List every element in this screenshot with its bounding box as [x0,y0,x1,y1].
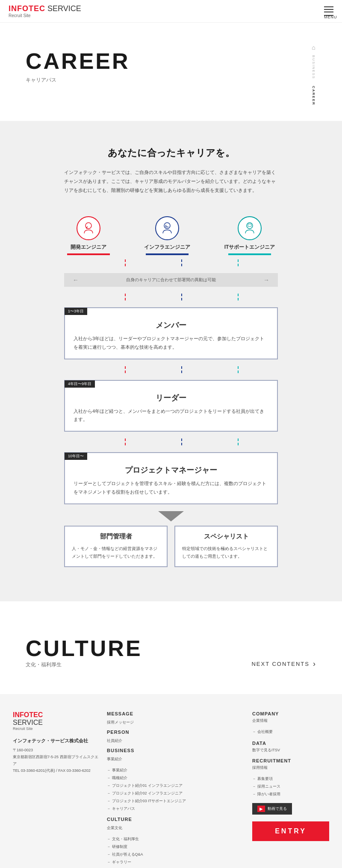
dashed-blue-2 [181,294,182,300]
footer-recruitment-jp: 採用情報 [252,765,329,771]
footer-business[interactable]: BUSINESS [107,748,244,753]
youtube-icon: ▶ [257,806,265,812]
footer-address-zip: 〒160-0023 東京都新宿区西新宿7-5-25 西新宿プライムスクエア TE… [13,747,98,774]
dashed-teal-1 [238,259,239,266]
leader-title: リーダー [74,393,268,403]
dashed-red-3 [125,366,126,373]
footer-nav-col-2: COMPANY 企業情報 会社概要 DATA 数字で見るITSV RECRUIT… [252,711,329,866]
footer-company-info: INFOTEC SERVICE Recruit Site インフォテック・サービ… [13,711,98,866]
logo-recruit: Recruit Site [9,13,81,18]
header: INFOTEC SERVICE Recruit Site MENU [0,0,342,23]
svg-point-2 [164,223,170,229]
it-support-line [228,253,271,255]
career-developer: 開発エンジニア [67,216,110,255]
footer-message-jp: 採用メッセージ [107,720,244,725]
footer-logo: INFOTEC SERVICE Recruit Site [13,711,98,731]
footer-recruitment[interactable]: RECRUITMENT [252,758,329,763]
footer-data-jp: 数字で見るITSV [252,747,329,753]
next-contents-link[interactable]: NEXT CONTENTS › [251,659,316,668]
footer-sub-culture3[interactable]: 社員が答えるQ&A [107,850,244,858]
arrow-left: ← [73,277,79,283]
dashed-red-4 [125,438,126,445]
footer-sub-proj01[interactable]: プロジェクト紹介01 インフラエンジニア [107,782,244,789]
career-infra: インフラエンジニア [144,216,190,255]
menu-line1 [324,6,333,7]
bottom-boxes: 部門管理者 人・モノ・金・情報などの経営資源をマネジメントして部門をリードしてい… [64,526,278,567]
it-support-label: ITサポートエンジニア [224,244,275,251]
footer-person-jp: 社員紹介 [107,738,244,744]
footer-sub-proj03[interactable]: プロジェクト紹介03 ITサポートエンジニア [107,797,244,805]
header-logo: INFOTEC SERVICE Recruit Site [9,4,81,18]
manager-year-badge: 10年目〜 [65,453,87,460]
description-text: インフォテック・サービスでは、ご自身のスキルや目指す方向に応じて、さまざまなキャ… [64,168,278,195]
sidebar-item-career[interactable]: CAREER [311,83,316,108]
footer-business-subs: 事業紹介 職種紹介 プロジェクト紹介01 インフラエンジニア プロジェクト紹介0… [107,766,244,812]
footer-person[interactable]: PERSON [107,730,244,735]
page-subtitle: キャリアパス [26,77,130,84]
footer-data[interactable]: DATA [252,741,329,746]
footer-culture[interactable]: CULTURE [107,817,244,822]
culture-title: CULTURE [26,636,142,661]
footer-message[interactable]: MESSAGE [107,711,244,716]
next-contents-label: NEXT CONTENTS [251,661,310,667]
dashed-teal-4 [238,438,239,445]
footer-sub-career[interactable]: キャリアパス [107,805,244,812]
arrow-down-section [26,511,316,521]
youtube-button[interactable]: ▶ 動画で見る [252,803,292,815]
svg-point-3 [247,223,253,229]
cross-dept-text: 自身のキャリアに合わせて部署間の異動は可能 [126,277,216,283]
svg-rect-4 [248,224,251,227]
leader-box: 4年目〜9年目 リーダー 入社から4年ほど経つと、メンバーをまとめ一つのプロジェ… [64,380,278,432]
footer-sub-culture2[interactable]: 研修制度 [107,843,244,850]
footer-nav: MESSAGE 採用メッセージ PERSON 社員紹介 BUSINESS 事業紹… [107,711,329,866]
culture-section: CULTURE 文化・福利厚生 [26,636,142,668]
footer: INFOTEC SERVICE Recruit Site インフォテック・サービ… [0,694,342,868]
footer-sub-culture4[interactable]: ギャラリー [107,858,244,866]
footer-inner: INFOTEC SERVICE Recruit Site インフォテック・サービ… [0,711,342,868]
entry-button[interactable]: ENTRY [252,821,329,841]
footer-sub-shokushu[interactable]: 職種紹介 [107,774,244,782]
menu-button[interactable]: MENU [324,6,333,16]
member-box: 1〜3年目 メンバー 入社から3年ほどは、リーダーやプロジェクトマネージャーの元… [64,307,278,359]
footer-nav-col-1: MESSAGE 採用メッセージ PERSON 社員紹介 BUSINESS 事業紹… [107,711,244,866]
footer-recruitment-subs: 募集要項 採用ニュース 障がい者採用 [252,775,329,798]
infra-line [146,253,189,255]
specialist-box: スペシャリスト 特定領域での技術を極めるスペシャリストとしての道もご用意していま… [174,526,278,567]
footer-rec-sub1[interactable]: 募集要項 [252,775,329,783]
home-icon[interactable]: ⌂ [312,44,315,51]
dashed-teal-3 [238,366,239,373]
footer-sub-proj02[interactable]: プロジェクト紹介02 インフラエンジニア [107,789,244,797]
next-contents-section: CULTURE 文化・福利厚生 NEXT CONTENTS › [0,601,342,694]
developer-label: 開発エンジニア [71,244,106,251]
footer-company[interactable]: COMPANY [252,711,329,716]
footer-company-nav-jp: 企業情報 [252,718,329,724]
member-title: メンバー [74,320,268,330]
specialist-title: スペシャリスト [182,533,270,541]
footer-rec-sub3[interactable]: 障がい者採用 [252,790,329,798]
hero-section: CAREER キャリアパス ⌂ BUSINESS CAREER [0,23,342,121]
infra-icon [155,216,179,240]
cross-dept-banner: ← 自身のキャリアに合わせて部署間の異動は可能 → [64,273,278,287]
sidebar-item-business[interactable]: BUSINESS [311,53,316,82]
dept-manager-desc: 人・モノ・金・情報などの経営資源をマネジメントして部門をリードしていただきます。 [72,545,160,560]
leader-desc: 入社から4年ほど経つと、メンバーをまとめ一つのプロジェクトをリードする社員が出て… [74,407,268,424]
dashed-teal-2 [238,294,239,300]
dashed-blue-3 [181,366,182,373]
footer-sub-jigyou[interactable]: 事業紹介 [107,766,244,774]
footer-rec-sub2[interactable]: 採用ニュース [252,783,329,790]
culture-subtitle: 文化・福利厚生 [26,661,142,668]
arrow-right: → [263,277,269,283]
footer-sub-culture1[interactable]: 文化・福利厚生 [107,835,244,843]
member-year-badge: 1〜3年目 [65,308,87,315]
manager-title: プロジェクトマネージャー [74,465,268,475]
dept-manager-box: 部門管理者 人・モノ・金・情報などの経営資源をマネジメントして部門をリードしてい… [64,526,168,567]
dashed-blue-4 [181,438,182,445]
dashed-red-1 [125,259,126,266]
career-it-support: ITサポートエンジニア [224,216,275,255]
dashed-blue-1 [181,259,182,266]
footer-company-name: インフォテック・サービス株式会社 [13,738,98,744]
manager-box: 10年目〜 プロジェクトマネージャー リーダーとしてプロジェクトを管理するスキル… [64,452,278,504]
leader-year-badge: 4年目〜9年目 [65,380,95,388]
dept-manager-title: 部門管理者 [72,533,160,541]
footer-company-sub1[interactable]: 会社概要 [252,728,329,736]
